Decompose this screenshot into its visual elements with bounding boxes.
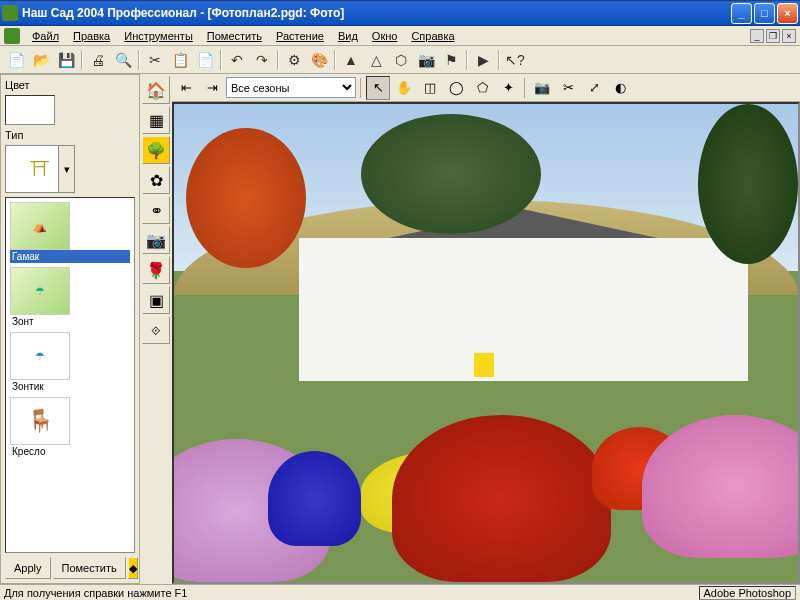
tool-d-button[interactable]: 📷	[414, 48, 438, 72]
fence-tool[interactable]: ▦	[142, 106, 170, 134]
side-toolbar: 🏠 ▦ 🌳 ✿ ⚭ 📷 🌹 ▣ ⟐	[140, 74, 172, 584]
menu-place[interactable]: Поместить	[201, 28, 268, 44]
gallery-label: Кресло	[10, 445, 130, 458]
help-icon-button[interactable]: ◆	[128, 557, 138, 579]
menu-plant[interactable]: Растение	[270, 28, 330, 44]
flowers-blue	[268, 451, 362, 547]
lasso-tool[interactable]: ◯	[444, 76, 468, 100]
print-button[interactable]: 🖨	[86, 48, 110, 72]
nav-first-button[interactable]: ⇤	[174, 76, 198, 100]
status-tray: Adobe Photoshop	[699, 586, 796, 600]
plant-tool[interactable]: 🌳	[142, 136, 170, 164]
photo-viewport[interactable]	[172, 102, 800, 584]
umbrella2-thumb: ☂	[10, 332, 70, 380]
maximize-button[interactable]: □	[754, 3, 775, 24]
nav-last-button[interactable]: ⇥	[200, 76, 224, 100]
tree-autumn	[186, 128, 306, 268]
type-label: Тип	[5, 129, 135, 141]
apply-button[interactable]: Apply	[5, 557, 51, 579]
eyedropper-tool[interactable]: ⤢	[582, 76, 606, 100]
open-button[interactable]: 📂	[29, 48, 53, 72]
object-gallery[interactable]: ⛺ Гамак ☂ Зонт ☂ Зонтик 🪑 Кресло	[5, 197, 135, 553]
camera-tool[interactable]: 📷	[142, 226, 170, 254]
flowers-red	[392, 415, 610, 582]
run-button[interactable]: ▶	[471, 48, 495, 72]
doc-restore-button[interactable]: ❐	[766, 29, 780, 43]
menu-window[interactable]: Окно	[366, 28, 404, 44]
season-select[interactable]: Все сезоны	[226, 77, 356, 98]
snapshot-tool[interactable]: 📷	[530, 76, 554, 100]
hammock-thumb: ⛺	[10, 202, 70, 250]
link-tool[interactable]: ⚭	[142, 196, 170, 224]
minimize-button[interactable]: _	[731, 3, 752, 24]
doc-minimize-button[interactable]: _	[750, 29, 764, 43]
chair-thumb: 🪑	[10, 397, 70, 445]
main-toolbar: 📄 📂 💾 🖨 🔍 ✂ 📋 📄 ↶ ↷ ⚙ 🎨 ▲ △ ⬡ 📷 ⚑ ▶ ↖?	[0, 46, 800, 74]
hand-tool[interactable]: ✋	[392, 76, 416, 100]
title-bar: Наш Сад 2004 Профессионал - [Фотоплан2.p…	[0, 0, 800, 26]
frame-tool[interactable]: ▣	[142, 286, 170, 314]
copy-button[interactable]: 📋	[168, 48, 192, 72]
left-panel: Цвет Тип ⛩ ▾ ⛺ Гамак ☂ Зонт ☂ Зонтик 🪑 К…	[0, 74, 140, 584]
tool-c-button[interactable]: ⬡	[389, 48, 413, 72]
place-button[interactable]: Поместить	[53, 557, 126, 579]
adjust-tool[interactable]: ◐	[608, 76, 632, 100]
cut-button[interactable]: ✂	[143, 48, 167, 72]
redo-button[interactable]: ↷	[250, 48, 274, 72]
paste-button[interactable]: 📄	[193, 48, 217, 72]
main-area: ⇤ ⇥ Все сезоны ↖ ✋ ◫ ◯ ⬠ ✦ 📷 ✂ ⤢ ◐	[172, 74, 800, 584]
color-label: Цвет	[5, 79, 135, 91]
gallery-item[interactable]: ☂ Зонтик	[8, 330, 132, 395]
menu-view[interactable]: Вид	[332, 28, 364, 44]
menu-file[interactable]: Файл	[26, 28, 65, 44]
flowerbed	[174, 343, 798, 582]
menu-edit[interactable]: Правка	[67, 28, 116, 44]
umbrella-thumb: ☂	[10, 267, 70, 315]
tool-e-button[interactable]: ⚑	[439, 48, 463, 72]
doc-icon	[4, 28, 20, 44]
wand-tool[interactable]: ✦	[496, 76, 520, 100]
color-swatch[interactable]	[5, 95, 55, 125]
menu-bar: Файл Правка Инструменты Поместить Растен…	[0, 26, 800, 46]
flower-tool[interactable]: ✿	[142, 166, 170, 194]
tree-right	[698, 104, 798, 264]
bench-icon: ⛩	[30, 158, 50, 181]
color-button[interactable]: 🎨	[307, 48, 331, 72]
app-icon	[2, 5, 18, 21]
tool-b-button[interactable]: △	[364, 48, 388, 72]
photo-toolbar: ⇤ ⇥ Все сезоны ↖ ✋ ◫ ◯ ⬠ ✦ 📷 ✂ ⤢ ◐	[172, 74, 800, 102]
window-title: Наш Сад 2004 Профессионал - [Фотоплан2.p…	[22, 6, 731, 20]
gallery-label: Гамак	[10, 250, 130, 263]
gallery-label: Зонт	[10, 315, 130, 328]
tree-center	[361, 114, 541, 234]
rose-tool[interactable]: 🌹	[142, 256, 170, 284]
gallery-label: Зонтик	[10, 380, 130, 393]
close-button[interactable]: ×	[777, 3, 798, 24]
new-button[interactable]: 📄	[4, 48, 28, 72]
status-bar: Для получения справки нажмите F1 Adobe P…	[0, 584, 800, 600]
node-tool[interactable]: ⟐	[142, 316, 170, 344]
menu-tools[interactable]: Инструменты	[118, 28, 199, 44]
gallery-item[interactable]: 🪑 Кресло	[8, 395, 132, 460]
doc-close-button[interactable]: ×	[782, 29, 796, 43]
settings-button[interactable]: ⚙	[282, 48, 306, 72]
save-button[interactable]: 💾	[54, 48, 78, 72]
marquee-tool[interactable]: ◫	[418, 76, 442, 100]
undo-button[interactable]: ↶	[225, 48, 249, 72]
polygon-tool[interactable]: ⬠	[470, 76, 494, 100]
pointer-tool[interactable]: ↖	[366, 76, 390, 100]
status-help-text: Для получения справки нажмите F1	[4, 587, 187, 599]
crop-tool[interactable]: ✂	[556, 76, 580, 100]
chevron-down-icon: ▾	[58, 146, 74, 192]
menu-help[interactable]: Справка	[405, 28, 460, 44]
tool-a-button[interactable]: ▲	[339, 48, 363, 72]
gallery-item[interactable]: ⛺ Гамак	[8, 200, 132, 265]
gallery-item[interactable]: ☂ Зонт	[8, 265, 132, 330]
preview-button[interactable]: 🔍	[111, 48, 135, 72]
house-tool[interactable]: 🏠	[142, 76, 170, 104]
pointer-help-button[interactable]: ↖?	[503, 48, 527, 72]
type-selector[interactable]: ⛩ ▾	[5, 145, 75, 193]
